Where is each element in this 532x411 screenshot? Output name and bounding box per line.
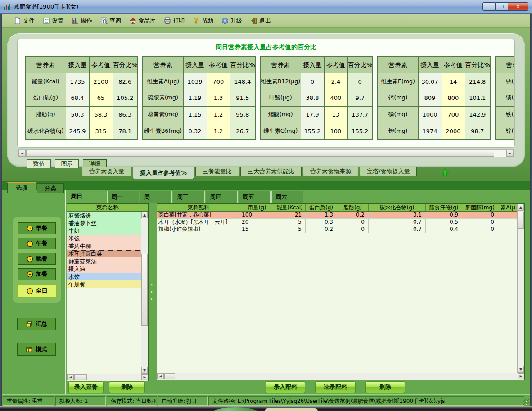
ingredient-row[interactable]: 辣椒(小红尖辣椒)1550.200.70.40 xyxy=(157,226,518,233)
clock-plus-icon xyxy=(27,271,33,278)
dish-item[interactable]: 鲜蘑菠菜汤 xyxy=(67,257,141,265)
scroll-left-icon[interactable]: ◄ xyxy=(67,374,74,380)
ingredient-row[interactable]: 木耳（水发）[黑木耳，云耳]2050.300.70.50 xyxy=(157,219,518,226)
collapse-up-icon[interactable] xyxy=(441,168,449,176)
meal-button-breakfast[interactable]: 早餐 xyxy=(18,222,56,234)
scroll-down-icon[interactable]: ▼ xyxy=(518,366,524,373)
close-button[interactable]: ✕ xyxy=(508,2,528,11)
percent-value: 214.8 xyxy=(465,73,490,90)
ingredient-row[interactable]: 圆白菜[甘蓝，卷心菜]100211.30.23.10.90 xyxy=(157,212,518,219)
scrollbar-thumb[interactable] xyxy=(518,212,524,229)
intake-value: 1000 xyxy=(418,106,442,123)
ingredient-action-add-button[interactable]: 录入配料 xyxy=(266,381,305,393)
ingredient-cell: 0.7 xyxy=(369,226,426,233)
toolbar-item-query[interactable]: 查询 xyxy=(96,15,125,26)
dish-item[interactable]: 香菇牛柳 xyxy=(67,242,141,250)
ingredient-cell: 5 xyxy=(274,219,306,226)
toolbar-item-upgrade[interactable]: 升级 xyxy=(217,15,246,26)
toolbar-item-settings[interactable]: 设置 xyxy=(39,15,68,26)
report-tab-4[interactable]: 三大营养素供能比 xyxy=(240,167,302,176)
dish-item[interactable]: 麻酱烙饼 xyxy=(67,212,141,219)
toolbar-item-operations[interactable]: 操作 xyxy=(68,15,96,26)
intake-value: 0.32 xyxy=(183,123,207,140)
toolbar-item-food-library[interactable]: 食品库 xyxy=(125,15,160,26)
ingredients-vertical-scrollbar[interactable]: ▲ ▼ xyxy=(517,204,524,373)
nutrient-label: 铁(mg) xyxy=(495,106,514,123)
column-header: 参考值 xyxy=(89,57,113,73)
collapse-handle[interactable]: ‹ ‹ ‹ xyxy=(149,203,156,381)
report-tab-5[interactable]: 营养素食物来源 xyxy=(303,167,358,176)
dish-action-delete-button[interactable]: 删除 xyxy=(109,381,145,393)
scrollbar-thumb[interactable] xyxy=(164,373,175,379)
tables-horizontal-scrollbar[interactable]: ◄ ► xyxy=(18,149,514,157)
status-cell-3: 自动升级: 打开 xyxy=(158,396,208,406)
toolbar-item-exit[interactable]: 退出 xyxy=(246,15,275,26)
scroll-up-icon[interactable]: ▲ xyxy=(518,204,524,211)
settings-icon xyxy=(43,17,50,24)
meal-button-dinner[interactable]: 晚餐 xyxy=(18,253,56,265)
report-tab-6[interactable]: 宝塔/食物摄入量 xyxy=(360,167,417,176)
dish-item[interactable]: 米饭 xyxy=(67,235,141,242)
ingredient-action-delete-button[interactable]: 删除 xyxy=(365,381,405,393)
percent-value: 101.1 xyxy=(465,90,490,107)
intake-value: 1039 xyxy=(183,73,207,90)
toolbar-item-print[interactable]: 打印 xyxy=(160,15,189,26)
view-button-图示[interactable]: 图示 xyxy=(55,159,79,168)
dish-list-header: 菜肴名称 xyxy=(67,204,148,212)
scrollbar-thumb[interactable] xyxy=(74,374,87,380)
dish-item[interactable]: 摄入油 xyxy=(67,265,141,273)
minimize-button[interactable]: ▁ xyxy=(482,2,496,11)
tab-category[interactable]: 分类 xyxy=(37,183,64,193)
report-tab-3[interactable]: 三餐能量比 xyxy=(195,167,239,176)
toolbar-item-file[interactable]: 文件 xyxy=(10,15,39,26)
maximize-button[interactable]: ❐ xyxy=(496,2,508,11)
report-tab-2[interactable]: 摄入量占参考值% xyxy=(133,167,194,179)
dish-list-vertical-scrollbar[interactable]: ▲ ▼ xyxy=(141,212,148,374)
ingredients-horizontal-scrollbar[interactable]: ◄ ► xyxy=(157,373,524,380)
dish-item[interactable]: 水饺 xyxy=(67,273,141,280)
view-button-数值[interactable]: 数值 xyxy=(27,159,51,168)
scroll-right-icon[interactable]: ► xyxy=(141,374,148,380)
report-tab-1[interactable]: 营养素摄入量 xyxy=(82,167,131,176)
dish-item[interactable]: 午加餐 xyxy=(67,280,141,288)
scroll-right-icon[interactable]: ► xyxy=(506,150,514,157)
toolbar-item-label: 食品库 xyxy=(138,17,156,25)
search-icon xyxy=(100,17,108,24)
dish-action-add-button[interactable]: 录入菜肴 xyxy=(68,381,104,393)
week-tab-4[interactable]: 周四 xyxy=(206,191,238,203)
ingredient-column-header: 胆固醇(mg) xyxy=(462,204,498,211)
intake-value: 809 xyxy=(418,90,442,107)
tab-options[interactable]: 选项 xyxy=(7,182,36,193)
nutrient-label: 维生素A(μg) xyxy=(143,73,183,90)
meal-button-lunch[interactable]: 午餐 xyxy=(18,238,56,249)
week-tab-5[interactable]: 周五 xyxy=(239,191,271,203)
week-tab-1[interactable]: 周一 xyxy=(107,191,139,203)
dish-item[interactable]: 木耳拌圆白菜 xyxy=(67,250,141,257)
week-tab-6[interactable]: 周六 xyxy=(271,191,303,203)
app-icon xyxy=(4,3,11,10)
dish-list-horizontal-scrollbar[interactable]: ◄ ► xyxy=(67,374,148,381)
intake-value: 1.19 xyxy=(183,90,207,107)
dish-item[interactable]: 牛奶 xyxy=(67,227,141,235)
sidebar-button-mode[interactable]: 模式 xyxy=(17,343,56,356)
scrollbar-thumb[interactable] xyxy=(26,150,494,157)
scroll-right-icon[interactable]: ► xyxy=(518,373,524,379)
week-tab-2[interactable]: 周二 xyxy=(140,191,172,203)
sidebar-button-summary[interactable]: 汇总 xyxy=(17,318,56,330)
nutrient-tables-box: 周日营养素摄入量占参考值的百分比 营养素摄入量参考值百分比%能量(Kcal)17… xyxy=(17,39,515,148)
reference-value: 2000 xyxy=(442,123,465,140)
scrollbar-thumb[interactable] xyxy=(141,254,148,326)
scroll-down-icon[interactable]: ▼ xyxy=(141,367,148,374)
ingredient-action-quick-add-button[interactable]: 速录配料 xyxy=(315,381,356,393)
ingredient-cell: 0.5 xyxy=(426,219,462,226)
dish-item[interactable]: 香油萝卜丝 xyxy=(67,219,141,227)
meal-button-extra-meal[interactable]: 加餐 xyxy=(18,268,56,280)
toolbar-item-help[interactable]: ?帮助 xyxy=(189,15,217,26)
scroll-up-icon[interactable]: ▲ xyxy=(141,212,148,218)
scroll-left-icon[interactable]: ◄ xyxy=(157,373,164,379)
ingredient-cell: 0.3 xyxy=(306,219,337,226)
week-tab-0[interactable]: 周日 xyxy=(67,190,106,203)
meal-button-all-day[interactable]: 全日 xyxy=(17,284,57,298)
week-tab-3[interactable]: 周三 xyxy=(173,191,205,203)
scroll-left-icon[interactable]: ◄ xyxy=(18,150,26,157)
